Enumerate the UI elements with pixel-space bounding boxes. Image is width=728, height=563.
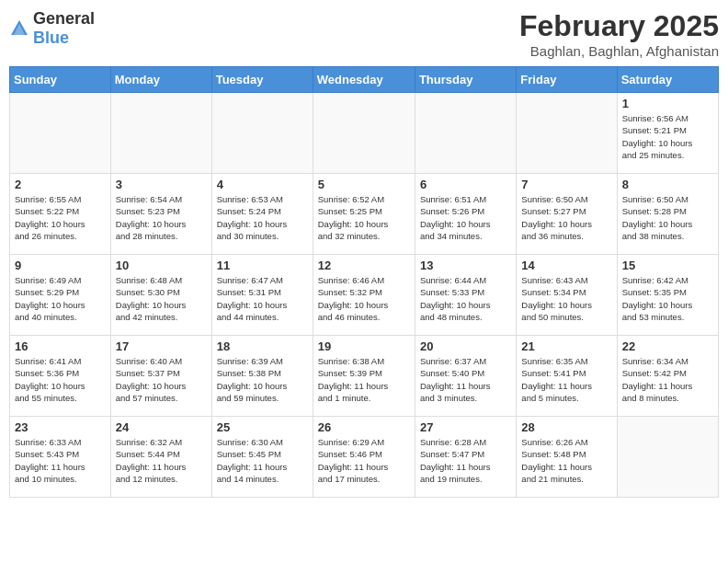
calendar-day: 2Sunrise: 6:55 AM Sunset: 5:22 PM Daylig… [10,174,111,255]
day-number: 25 [217,420,308,434]
day-info: Sunrise: 6:52 AM Sunset: 5:25 PM Dayligh… [318,193,410,242]
calendar-day: 22Sunrise: 6:34 AM Sunset: 5:42 PM Dayli… [617,336,718,417]
day-number: 15 [622,259,713,272]
calendar-day: 27Sunrise: 6:28 AM Sunset: 5:47 PM Dayli… [415,417,516,498]
day-number: 17 [116,339,207,353]
day-info: Sunrise: 6:29 AM Sunset: 5:46 PM Dayligh… [318,436,410,485]
calendar-day [211,93,313,174]
calendar-week-1: 1Sunrise: 6:56 AM Sunset: 5:21 PM Daylig… [10,93,719,174]
calendar-day: 3Sunrise: 6:54 AM Sunset: 5:23 PM Daylig… [110,174,211,255]
day-info: Sunrise: 6:38 AM Sunset: 5:39 PM Dayligh… [318,355,410,404]
logo-blue-text: Blue [33,29,69,47]
calendar-day: 14Sunrise: 6:43 AM Sunset: 5:34 PM Dayli… [517,255,617,336]
calendar-day: 21Sunrise: 6:35 AM Sunset: 5:41 PM Dayli… [517,336,617,417]
day-info: Sunrise: 6:41 AM Sunset: 5:36 PM Dayligh… [15,355,106,404]
day-number: 14 [521,259,611,272]
day-number: 21 [521,339,611,353]
day-info: Sunrise: 6:46 AM Sunset: 5:32 PM Dayligh… [318,274,410,323]
day-info: Sunrise: 6:42 AM Sunset: 5:35 PM Dayligh… [622,274,713,323]
calendar-week-3: 9Sunrise: 6:49 AM Sunset: 5:29 PM Daylig… [10,255,719,336]
day-info: Sunrise: 6:26 AM Sunset: 5:48 PM Dayligh… [521,436,611,485]
calendar-day [313,93,415,174]
day-number: 3 [116,178,207,191]
day-info: Sunrise: 6:47 AM Sunset: 5:31 PM Dayligh… [217,274,308,323]
day-info: Sunrise: 6:48 AM Sunset: 5:30 PM Dayligh… [116,274,207,323]
calendar-table: SundayMondayTuesdayWednesdayThursdayFrid… [9,66,719,498]
day-info: Sunrise: 6:43 AM Sunset: 5:34 PM Dayligh… [521,274,611,323]
calendar-day: 6Sunrise: 6:51 AM Sunset: 5:26 PM Daylig… [415,174,516,255]
title-area: February 2025 Baghlan, Baghlan, Afghanis… [519,9,719,59]
calendar-day [10,93,111,174]
calendar-day: 15Sunrise: 6:42 AM Sunset: 5:35 PM Dayli… [617,255,718,336]
calendar-day: 4Sunrise: 6:53 AM Sunset: 5:24 PM Daylig… [211,174,313,255]
day-number: 6 [420,178,511,191]
day-info: Sunrise: 6:40 AM Sunset: 5:37 PM Dayligh… [116,355,207,404]
day-info: Sunrise: 6:49 AM Sunset: 5:29 PM Dayligh… [15,274,106,323]
calendar-day [415,93,516,174]
day-number: 24 [116,420,207,434]
day-number: 10 [116,259,207,272]
calendar-day: 1Sunrise: 6:56 AM Sunset: 5:21 PM Daylig… [617,93,718,174]
day-number: 20 [420,339,511,353]
calendar-day: 26Sunrise: 6:29 AM Sunset: 5:46 PM Dayli… [313,417,415,498]
logo-icon [9,18,29,39]
calendar-day: 28Sunrise: 6:26 AM Sunset: 5:48 PM Dayli… [517,417,617,498]
calendar-day: 5Sunrise: 6:52 AM Sunset: 5:25 PM Daylig… [313,174,415,255]
day-number: 27 [420,420,511,434]
page-header: General Blue February 2025 Baghlan, Bagh… [9,9,719,59]
calendar-header-tuesday: Tuesday [211,67,313,93]
calendar-day: 12Sunrise: 6:46 AM Sunset: 5:32 PM Dayli… [313,255,415,336]
calendar-day: 13Sunrise: 6:44 AM Sunset: 5:33 PM Dayli… [415,255,516,336]
day-number: 23 [15,420,106,434]
calendar-day: 8Sunrise: 6:50 AM Sunset: 5:28 PM Daylig… [617,174,718,255]
calendar-day: 16Sunrise: 6:41 AM Sunset: 5:36 PM Dayli… [10,336,111,417]
calendar-header-thursday: Thursday [415,67,516,93]
day-number: 13 [420,259,511,272]
day-number: 12 [318,259,410,272]
calendar-week-5: 23Sunrise: 6:33 AM Sunset: 5:43 PM Dayli… [10,417,719,498]
day-number: 22 [622,339,713,353]
calendar-day: 20Sunrise: 6:37 AM Sunset: 5:40 PM Dayli… [415,336,516,417]
day-number: 18 [217,339,308,353]
calendar-day: 23Sunrise: 6:33 AM Sunset: 5:43 PM Dayli… [10,417,111,498]
day-info: Sunrise: 6:56 AM Sunset: 5:21 PM Dayligh… [622,112,713,161]
day-info: Sunrise: 6:30 AM Sunset: 5:45 PM Dayligh… [217,436,308,485]
calendar-day: 19Sunrise: 6:38 AM Sunset: 5:39 PM Dayli… [313,336,415,417]
calendar-week-2: 2Sunrise: 6:55 AM Sunset: 5:22 PM Daylig… [10,174,719,255]
calendar-header-wednesday: Wednesday [313,67,415,93]
day-info: Sunrise: 6:39 AM Sunset: 5:38 PM Dayligh… [217,355,308,404]
main-title: February 2025 [519,9,719,43]
day-info: Sunrise: 6:54 AM Sunset: 5:23 PM Dayligh… [116,193,207,242]
day-info: Sunrise: 6:50 AM Sunset: 5:28 PM Dayligh… [622,193,713,242]
day-info: Sunrise: 6:37 AM Sunset: 5:40 PM Dayligh… [420,355,511,404]
calendar-header-sunday: Sunday [10,67,111,93]
calendar-header-friday: Friday [517,67,617,93]
calendar-week-4: 16Sunrise: 6:41 AM Sunset: 5:36 PM Dayli… [10,336,719,417]
day-info: Sunrise: 6:33 AM Sunset: 5:43 PM Dayligh… [15,436,106,485]
day-info: Sunrise: 6:32 AM Sunset: 5:44 PM Dayligh… [116,436,207,485]
calendar-day: 25Sunrise: 6:30 AM Sunset: 5:45 PM Dayli… [211,417,313,498]
day-number: 16 [15,339,106,353]
calendar-header-row: SundayMondayTuesdayWednesdayThursdayFrid… [10,67,719,93]
day-info: Sunrise: 6:34 AM Sunset: 5:42 PM Dayligh… [622,355,713,404]
calendar-day: 24Sunrise: 6:32 AM Sunset: 5:44 PM Dayli… [110,417,211,498]
subtitle: Baghlan, Baghlan, Afghanistan [519,43,719,59]
calendar-header-saturday: Saturday [617,67,718,93]
day-number: 4 [217,178,308,191]
day-number: 5 [318,178,410,191]
day-number: 26 [318,420,410,434]
day-info: Sunrise: 6:50 AM Sunset: 5:27 PM Dayligh… [521,193,611,242]
day-number: 7 [521,178,611,191]
logo: General Blue [9,9,95,48]
calendar-day [617,417,718,498]
day-number: 1 [622,97,713,110]
day-number: 28 [521,420,611,434]
calendar-day: 11Sunrise: 6:47 AM Sunset: 5:31 PM Dayli… [211,255,313,336]
day-info: Sunrise: 6:44 AM Sunset: 5:33 PM Dayligh… [420,274,511,323]
calendar-day [517,93,617,174]
calendar-day: 9Sunrise: 6:49 AM Sunset: 5:29 PM Daylig… [10,255,111,336]
day-info: Sunrise: 6:28 AM Sunset: 5:47 PM Dayligh… [420,436,511,485]
day-info: Sunrise: 6:55 AM Sunset: 5:22 PM Dayligh… [15,193,106,242]
calendar-day: 10Sunrise: 6:48 AM Sunset: 5:30 PM Dayli… [110,255,211,336]
day-info: Sunrise: 6:53 AM Sunset: 5:24 PM Dayligh… [217,193,308,242]
